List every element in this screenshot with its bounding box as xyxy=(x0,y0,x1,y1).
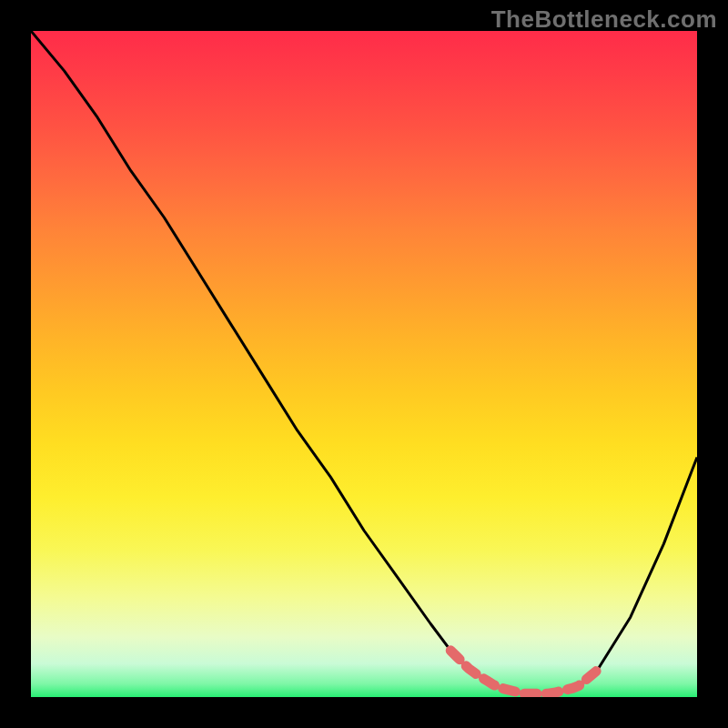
chart-canvas: TheBottleneck.com xyxy=(0,0,728,728)
watermark-label: TheBottleneck.com xyxy=(491,5,717,34)
optimal-zone-marker xyxy=(450,651,597,694)
plot-area xyxy=(31,31,697,697)
bottleneck-curve xyxy=(31,31,697,697)
curve-line xyxy=(31,31,697,693)
